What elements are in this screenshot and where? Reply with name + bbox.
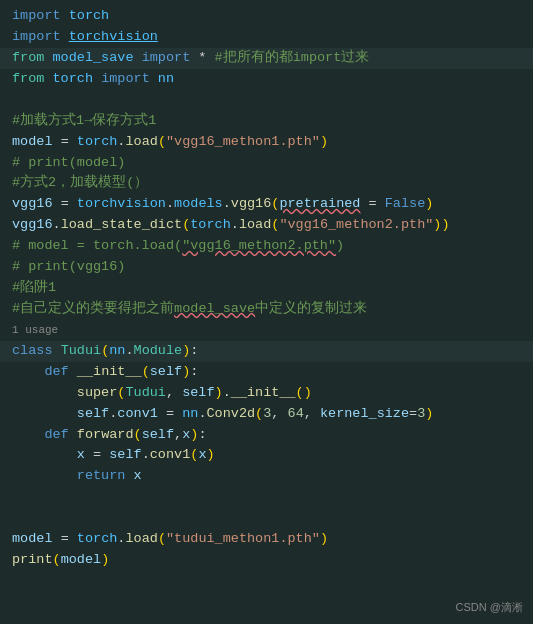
code-line-24 xyxy=(0,487,533,508)
code-line-22: x = self.conv1(x) xyxy=(0,445,533,466)
code-line-5 xyxy=(0,90,533,111)
usage-badge: 1 usage xyxy=(0,322,70,339)
code-line-26: model = torch.load("tudui_methon1.pth") xyxy=(0,529,533,550)
code-line-25 xyxy=(0,508,533,529)
code-line-17: class Tudui(nn.Module): xyxy=(0,341,533,362)
code-line-2: import torchvision xyxy=(0,27,533,48)
code-line-8: # print(model) xyxy=(0,153,533,174)
code-line-20: self.conv1 = nn.Conv2d(3, 64, kernel_siz… xyxy=(0,404,533,425)
code-line-10: vgg16 = torchvision.models.vgg16(pretrai… xyxy=(0,194,533,215)
code-line-27: print(model) xyxy=(0,550,533,571)
code-line-14: #陷阱1 xyxy=(0,278,533,299)
code-line-21: def forward(self,x): xyxy=(0,425,533,446)
code-line-11: vgg16.load_state_dict(torch.load("vgg16_… xyxy=(0,215,533,236)
code-line-13: # print(vgg16) xyxy=(0,257,533,278)
code-line-1: import torch xyxy=(0,6,533,27)
code-line-15: #自己定义的类要得把之前model_save中定义的复制过来 xyxy=(0,299,533,320)
code-line-12: # model = torch.load("vgg16_methon2.pth"… xyxy=(0,236,533,257)
code-line-23: return x xyxy=(0,466,533,487)
watermark: CSDN @滴淅 xyxy=(456,599,523,616)
code-line-3: from model_save import * #把所有的都import过来 xyxy=(0,48,533,69)
code-line-18: def __init__(self): xyxy=(0,362,533,383)
code-line-9: #方式2，加载模型(） xyxy=(0,173,533,194)
code-line-6: #加载方式1→保存方式1 xyxy=(0,111,533,132)
code-editor: import torch import torchvision from mod… xyxy=(0,0,533,624)
code-line-4: from torch import nn xyxy=(0,69,533,90)
code-line-19: super(Tudui, self).__init__() xyxy=(0,383,533,404)
code-line-7: model = torch.load("vgg16_methon1.pth") xyxy=(0,132,533,153)
